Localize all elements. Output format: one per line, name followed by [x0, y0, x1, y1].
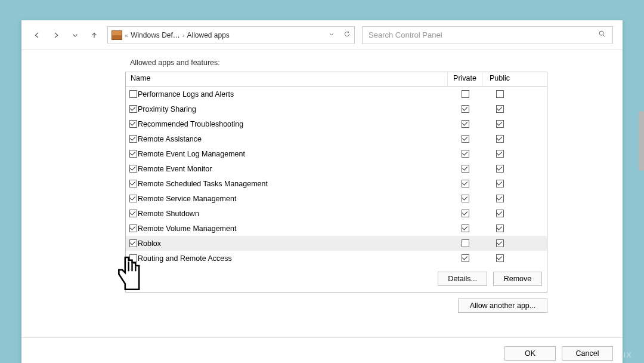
enabled-checkbox[interactable]: [129, 120, 137, 128]
private-checkbox[interactable]: [462, 120, 469, 128]
toolbar: « Windows Def… › Allowed apps: [21, 20, 623, 50]
section-title: Allowed apps and features:: [125, 50, 547, 72]
public-checkbox[interactable]: [496, 254, 504, 262]
divider: [21, 337, 623, 338]
col-private-header[interactable]: Private: [448, 72, 482, 86]
enabled-checkbox[interactable]: [129, 210, 137, 217]
enabled-checkbox[interactable]: [129, 254, 137, 262]
app-row[interactable]: Proximity Sharing: [126, 101, 547, 116]
app-name-label: Remote Service Management: [137, 195, 236, 203]
app-row[interactable]: Remote Shutdown: [126, 206, 547, 221]
public-cell: [482, 210, 517, 217]
private-cell: [448, 180, 482, 187]
enabled-checkbox[interactable]: [129, 239, 137, 247]
search-box[interactable]: [362, 26, 613, 44]
private-cell: [448, 90, 482, 98]
control-panel-window: « Windows Def… › Allowed apps Allowed ap…: [21, 20, 623, 363]
list-rows: Performance Logs and AlertsProximity Sha…: [126, 87, 547, 266]
breadcrumb-part[interactable]: Allowed apps: [187, 31, 229, 39]
forward-button[interactable]: [50, 29, 62, 41]
remove-button[interactable]: Remove: [493, 272, 542, 286]
public-checkbox[interactable]: [496, 105, 504, 113]
search-input[interactable]: [369, 30, 598, 39]
name-cell: Remote Assistance: [126, 135, 448, 143]
refresh-icon[interactable]: [343, 30, 351, 39]
public-checkbox[interactable]: [496, 135, 504, 143]
breadcrumb-prefix: «: [125, 32, 128, 39]
enabled-checkbox[interactable]: [129, 224, 137, 232]
app-row[interactable]: Performance Logs and Alerts: [126, 87, 547, 101]
back-button[interactable]: [31, 29, 43, 41]
app-row[interactable]: Remote Event Log Management: [126, 146, 547, 161]
enabled-checkbox[interactable]: [129, 90, 137, 98]
enabled-checkbox[interactable]: [129, 195, 137, 202]
private-checkbox[interactable]: [462, 224, 469, 232]
app-row[interactable]: Routing and Remote Access: [126, 251, 547, 266]
public-cell: [482, 165, 517, 173]
recent-dropdown[interactable]: [69, 29, 81, 41]
name-cell: Routing and Remote Access: [126, 254, 448, 263]
chevron-right-icon: ›: [182, 32, 185, 39]
public-checkbox[interactable]: [496, 165, 504, 173]
page-scrollbar[interactable]: [639, 111, 644, 171]
public-cell: [482, 239, 517, 247]
public-checkbox[interactable]: [496, 90, 504, 98]
public-checkbox[interactable]: [496, 195, 504, 202]
app-row[interactable]: Remote Event Monitor: [126, 161, 547, 176]
private-checkbox[interactable]: [462, 105, 469, 113]
private-cell: [448, 150, 482, 158]
public-cell: [482, 120, 517, 128]
private-cell: [448, 224, 482, 232]
ok-button[interactable]: OK: [504, 346, 556, 361]
private-cell: [448, 239, 482, 247]
app-row[interactable]: Recommended Troubleshooting: [126, 116, 547, 131]
private-cell: [448, 195, 482, 202]
private-checkbox[interactable]: [462, 210, 469, 217]
name-cell: Roblox: [126, 239, 448, 248]
app-name-label: Performance Logs and Alerts: [137, 90, 234, 99]
chevron-down-icon[interactable]: [328, 30, 335, 39]
public-checkbox[interactable]: [496, 239, 504, 247]
enabled-checkbox[interactable]: [129, 180, 137, 187]
public-checkbox[interactable]: [496, 224, 504, 232]
app-name-label: Remote Assistance: [137, 135, 202, 143]
enabled-checkbox[interactable]: [129, 135, 137, 143]
app-row[interactable]: Remote Service Management: [126, 191, 547, 206]
private-checkbox[interactable]: [462, 254, 469, 262]
private-checkbox[interactable]: [462, 90, 469, 98]
app-row[interactable]: Remote Scheduled Tasks Management: [126, 176, 547, 191]
name-cell: Remote Event Log Management: [126, 150, 448, 158]
private-checkbox[interactable]: [462, 180, 469, 187]
public-checkbox[interactable]: [496, 180, 504, 187]
private-checkbox[interactable]: [462, 150, 469, 158]
breadcrumb-part[interactable]: Windows Def…: [131, 31, 180, 39]
private-checkbox[interactable]: [462, 135, 469, 143]
private-checkbox[interactable]: [462, 165, 469, 173]
app-row[interactable]: Remote Assistance: [126, 131, 547, 146]
apps-list: Name Private Public Performance Logs and…: [125, 72, 547, 293]
public-checkbox[interactable]: [496, 150, 504, 158]
private-cell: [448, 135, 482, 143]
enabled-checkbox[interactable]: [129, 105, 137, 113]
up-button[interactable]: [88, 29, 100, 41]
search-icon[interactable]: [598, 30, 606, 40]
app-name-label: Roblox: [137, 239, 161, 248]
public-checkbox[interactable]: [496, 120, 504, 128]
allow-another-app-button[interactable]: Allow another app...: [458, 299, 547, 313]
breadcrumb-bar[interactable]: « Windows Def… › Allowed apps: [107, 26, 355, 44]
app-row[interactable]: Roblox: [126, 236, 547, 251]
name-cell: Remote Volume Management: [126, 224, 448, 233]
private-checkbox[interactable]: [462, 239, 469, 247]
enabled-checkbox[interactable]: [129, 150, 137, 158]
private-checkbox[interactable]: [462, 195, 469, 202]
enabled-checkbox[interactable]: [129, 165, 137, 173]
content-area: Allowed apps and features: Name Private …: [21, 50, 623, 363]
app-row[interactable]: Remote Volume Management: [126, 221, 547, 236]
public-cell: [482, 180, 517, 187]
col-name-header[interactable]: Name: [126, 72, 448, 86]
public-cell: [482, 254, 517, 262]
private-cell: [448, 254, 482, 262]
details-button[interactable]: Details...: [438, 272, 487, 286]
public-checkbox[interactable]: [496, 210, 504, 217]
col-public-header[interactable]: Public: [482, 72, 517, 86]
